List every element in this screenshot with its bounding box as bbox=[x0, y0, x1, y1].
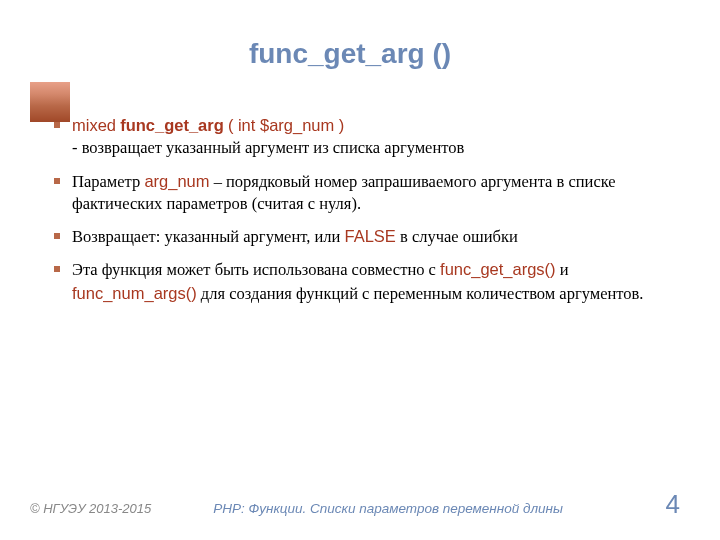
list-item: Возвращает: указанный аргумент, или FALS… bbox=[50, 225, 670, 248]
signature-name: func_get_arg bbox=[120, 116, 224, 134]
text: Возвращает: указанный аргумент, или bbox=[72, 227, 345, 246]
list-item: mixed func_get_arg ( int $arg_num ) - во… bbox=[50, 114, 670, 160]
footer-text: PHP: Функции. Списки параметров переменн… bbox=[213, 501, 563, 516]
page-title: func_get_arg () bbox=[30, 38, 670, 70]
footer: © НГУЭУ 2013-2015 PHP: Функции. Списки п… bbox=[30, 489, 680, 520]
page-number: 4 bbox=[666, 489, 680, 520]
slide: func_get_arg () mixed func_get_arg ( int… bbox=[0, 0, 720, 540]
title-area: func_get_arg () bbox=[30, 38, 670, 70]
list-item: Эта функция может быть использована совм… bbox=[50, 258, 670, 305]
text: Параметр bbox=[72, 172, 144, 191]
signature-type: mixed bbox=[72, 116, 116, 134]
desc-prefix: - bbox=[72, 138, 82, 157]
copyright: © НГУЭУ 2013-2015 bbox=[30, 501, 151, 516]
code: func_get_args() bbox=[440, 260, 556, 278]
code: FALSE bbox=[345, 227, 396, 245]
text: в случае ошибки bbox=[396, 227, 518, 246]
bullet-list: mixed func_get_arg ( int $arg_num ) - во… bbox=[50, 114, 670, 305]
text: для создания функций с переменным количе… bbox=[197, 284, 644, 303]
text: и bbox=[556, 260, 569, 279]
list-item: Параметр arg_num – порядковый номер запр… bbox=[50, 170, 670, 216]
code: arg_num bbox=[144, 172, 209, 190]
code: func_num_args() bbox=[72, 284, 197, 302]
text: Эта функция может быть использована совм… bbox=[72, 260, 440, 279]
desc-text: возвращает указанный аргумент из списка … bbox=[82, 138, 465, 157]
content: mixed func_get_arg ( int $arg_num ) - во… bbox=[50, 114, 670, 305]
signature-args: ( int $arg_num ) bbox=[228, 116, 344, 134]
